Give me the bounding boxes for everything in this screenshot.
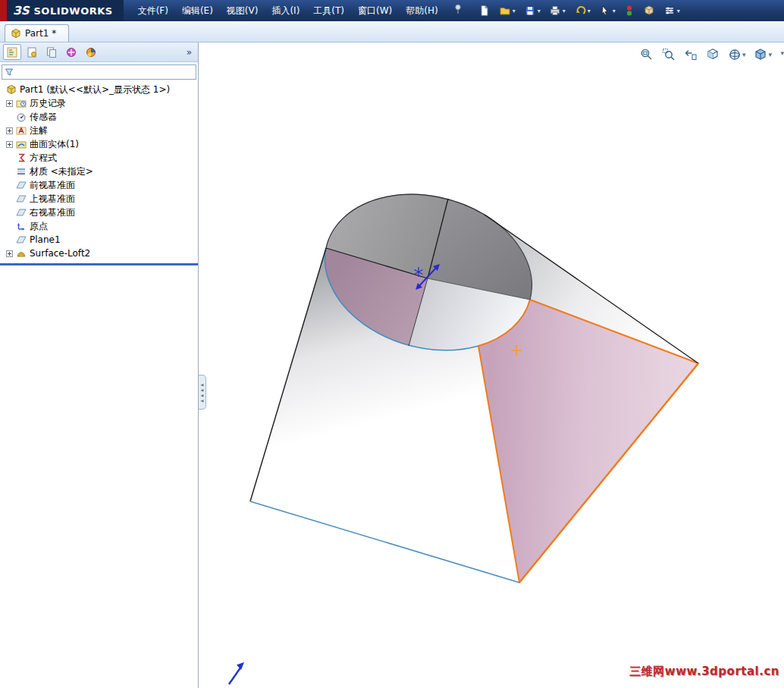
appearance-icon[interactable] [641,4,657,17]
tree-item-origin[interactable]: 原点 [0,219,198,233]
tree-item-label: Surface-Loft2 [30,248,90,259]
tree-item-label: 材质 <未指定> [30,165,93,178]
select-icon[interactable]: ▾ [597,4,617,17]
display-style-caret-icon[interactable]: ▾ [768,51,772,58]
open-caret-icon[interactable]: ▾ [513,8,516,14]
featuremanager-icon [6,46,18,58]
menu-bar: 文件(F) 编辑(E) 视图(V) 插入(I) 工具(T) 窗口(W) 帮助(H… [131,1,445,21]
surface-loft-icon [16,248,27,259]
collapse-arrow-icon: ◀ [201,393,204,397]
menu-help[interactable]: 帮助(H) [399,1,444,21]
menu-edit[interactable]: 编辑(E) [175,1,220,21]
feature-tree: Part1 (默认<<默认>_显示状态 1>) 历史记录 传感器 注解 [0,81,198,265]
material-icon [16,166,27,177]
tree-filter-box[interactable] [2,64,196,80]
tree-item-annotations[interactable]: 注解 [0,124,198,137]
plane-icon [16,180,27,190]
document-tab-label: Part1 * [25,28,56,39]
heads-up-more-icon[interactable]: ▾ [780,49,784,57]
equations-icon [16,152,27,163]
tree-item-label: 传感器 [30,111,57,124]
section-view-icon[interactable] [706,48,720,61]
tree-item-plane1[interactable]: Plane1 [0,233,198,247]
quick-access-toolbar: ▾ ▾ ▾ ▾ ▾ ▾ [477,4,682,17]
options-caret-icon[interactable]: ▾ [677,8,680,14]
save-icon[interactable]: ▾ [522,4,542,17]
tree-item-surface-loft2[interactable]: Surface-Loft2 [0,247,198,260]
selection-toggle-icon[interactable] [622,4,636,17]
tab-displaymanager[interactable] [82,44,100,60]
previous-view-icon[interactable] [684,48,698,61]
tab-propertymanager[interactable] [23,44,41,60]
expand-plus-icon[interactable] [6,250,13,257]
tree-item-right-plane[interactable]: 右视基准面 [0,206,198,219]
menu-window[interactable]: 窗口(W) [351,1,399,21]
tree-item-label: 历史记录 [30,97,66,110]
panel-splitter-handle[interactable]: ◀ ◀ ◀ ◀ [199,375,206,410]
tree-item-equations[interactable]: 方程式 [0,151,198,165]
tree-root-label: Part1 (默认<<默认>_显示状态 1>) [20,83,170,96]
zoom-area-icon[interactable] [662,48,676,61]
expand-plus-icon[interactable] [6,141,13,148]
menu-insert[interactable]: 插入(I) [265,1,306,21]
options-icon[interactable]: ▾ [662,4,682,17]
watermark: 三维网www.3dportal.cn [629,664,779,679]
tree-item-label: 原点 [30,220,48,233]
rollback-bar[interactable] [0,263,198,265]
history-folder-icon [16,98,27,108]
undo-caret-icon[interactable]: ▾ [588,8,591,14]
plane-icon [16,234,27,245]
document-tab-bar: Part1 * [0,21,784,42]
new-document-icon[interactable] [477,4,492,17]
pin-menu-icon[interactable] [453,3,463,18]
orientation-triad [229,662,244,684]
tree-item-front-plane[interactable]: 前视基准面 [0,178,198,192]
view-orientation-caret-icon[interactable]: ▾ [742,51,746,58]
expand-plus-icon[interactable] [6,127,13,134]
tree-item-label: 右视基准面 [30,206,75,219]
menu-file[interactable]: 文件(F) [131,1,175,21]
panel-overflow-chevrons[interactable]: » [187,47,195,58]
model-viewport[interactable] [199,42,783,688]
ds-logo-mark: ЗS [13,4,29,17]
title-bar: ЗS SOLIDWORKS 文件(F) 编辑(E) 视图(V) 插入(I) 工具… [0,0,784,21]
filter-input[interactable] [17,67,193,77]
surface-bodies-folder-icon [16,139,27,149]
plane-icon [16,193,27,204]
tree-item-surface-bodies[interactable]: 曲面实体(1) [0,137,198,151]
document-tab[interactable]: Part1 * [5,24,69,42]
tree-item-material[interactable]: 材质 <未指定> [0,165,198,178]
view-orientation-icon[interactable]: ▾ [728,48,746,61]
tab-configurationmanager[interactable] [42,44,61,60]
open-icon[interactable]: ▾ [497,4,517,17]
dimxpertmanager-icon [65,46,77,58]
part-icon [6,84,17,95]
undo-icon[interactable]: ▾ [572,4,592,17]
tree-item-sensors[interactable]: 传感器 [0,110,198,124]
tree-item-label: 曲面实体(1) [30,138,79,151]
tree-item-top-plane[interactable]: 上视基准面 [0,192,198,206]
menu-tools[interactable]: 工具(T) [306,1,351,21]
tab-dimxpertmanager[interactable] [62,44,80,60]
configurationmanager-icon [45,46,58,58]
print-caret-icon[interactable]: ▾ [563,8,566,14]
tree-root-row[interactable]: Part1 (默认<<默认>_显示状态 1>) [0,83,198,96]
collapse-arrow-icon: ◀ [201,388,204,392]
main-area: » Part1 (默认<<默认>_显示状态 1>) 历史记录 传感器 [0,42,784,688]
collapse-arrow-icon: ◀ [201,382,204,387]
tree-item-history[interactable]: 历史记录 [0,96,198,110]
save-caret-icon[interactable]: ▾ [538,8,541,14]
select-caret-icon[interactable]: ▾ [613,8,616,14]
tab-featuremanager[interactable] [3,44,21,60]
tree-item-label: 注解 [30,124,48,137]
tree-item-label: 上视基准面 [30,193,75,206]
graphics-area[interactable]: ▾ ▾ ▾ [199,42,784,688]
tree-item-label: Plane1 [30,234,61,245]
menu-view[interactable]: 视图(V) [220,1,265,21]
collapse-arrow-icon: ◀ [201,398,204,403]
expand-plus-icon[interactable] [6,100,13,107]
display-style-icon[interactable]: ▾ [754,48,772,61]
print-icon[interactable]: ▾ [547,4,567,17]
displaymanager-icon [85,46,97,58]
zoom-fit-icon[interactable] [640,48,654,61]
